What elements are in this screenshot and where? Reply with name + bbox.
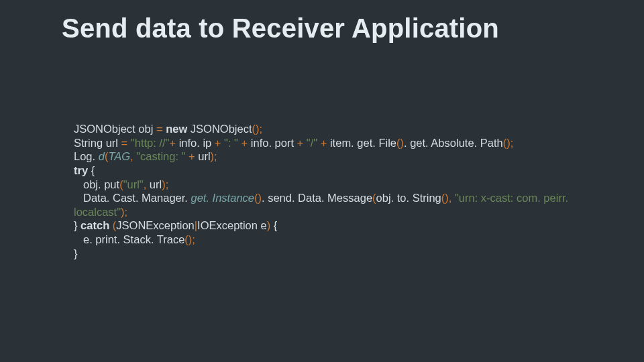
operator-token: () (396, 137, 404, 149)
code-token: JSONException (116, 219, 194, 231)
code-token: . send. Data. Message (262, 192, 372, 204)
code-token: JSONObject obj (74, 123, 156, 135)
code-block: JSONObject obj = new JSONObject(); Strin… (74, 122, 584, 260)
slide: Send data to Receiver Application JSONOb… (0, 0, 644, 362)
code-line: String url = "http: //"+ info. ip + ": "… (74, 136, 584, 150)
static-token: get. Instance (191, 192, 254, 204)
code-token: info. ip (179, 137, 215, 149)
operator-token: ) (267, 219, 274, 231)
operator-token: + (321, 137, 330, 149)
code-token: JSONObject (191, 123, 252, 135)
operator-token: ; (214, 150, 217, 162)
operator-token: () (184, 233, 192, 245)
keyword-token: try (74, 164, 91, 176)
operator-token: () (441, 192, 449, 204)
code-token: url (198, 150, 210, 162)
operator-token: , (449, 192, 455, 204)
operator-token: + (189, 150, 198, 162)
operator-token: ; (260, 123, 263, 135)
code-token: get. Absolute. Path (410, 137, 503, 149)
code-token: String url (74, 137, 121, 149)
string-token: "casting: " (136, 150, 189, 162)
slide-title: Send data to Receiver Application (62, 13, 499, 44)
string-token: "http: //" (131, 137, 170, 149)
code-token: IOException e (197, 219, 267, 231)
code-token: obj. to. String (376, 192, 441, 204)
code-token: { (91, 164, 95, 176)
string-token: "url" (123, 178, 144, 190)
operator-token: () (254, 192, 262, 204)
keyword-token: new (166, 123, 191, 135)
code-token: e. print. Stack. Trace (83, 233, 184, 245)
operator-token: + (241, 137, 251, 149)
operator-token: + (297, 137, 307, 149)
code-token: url (150, 178, 162, 190)
operator-token: () (252, 123, 260, 135)
code-token: { (274, 219, 278, 231)
operator-token: , (130, 150, 136, 162)
code-token: . (404, 137, 410, 149)
code-token: Log. (74, 150, 99, 162)
operator-token: ; (192, 233, 195, 245)
code-line: e. print. Stack. Trace(); (74, 233, 584, 247)
operator-token: = (156, 123, 166, 135)
code-line: } catch (JSONException|IOException e) { (74, 219, 584, 233)
operator-token: ; (125, 206, 128, 218)
code-token: } (74, 247, 78, 259)
code-line: Data. Cast. Manager. get. Instance(). se… (74, 191, 584, 219)
static-token: d (99, 150, 105, 162)
code-token: Data. Cast. Manager. (83, 192, 191, 204)
static-token: TAG (108, 150, 130, 162)
string-token: "/" (307, 137, 321, 149)
string-token: ": " (224, 137, 241, 149)
operator-token: + (169, 137, 178, 149)
code-token: obj. put (83, 178, 119, 190)
operator-token: = (121, 137, 131, 149)
code-line: obj. put("url", url); (74, 178, 584, 192)
operator-token: + (215, 137, 224, 149)
code-token: item. get. File (330, 137, 396, 149)
code-line: } (74, 247, 584, 261)
code-token: info. port (251, 137, 297, 149)
operator-token: , (144, 178, 150, 190)
code-line: try { (74, 164, 584, 178)
keyword-token: catch (80, 219, 113, 231)
code-token: } (74, 219, 80, 231)
operator-token: () (503, 137, 511, 149)
code-line: Log. d(TAG, "casting: " + url); (74, 149, 584, 164)
operator-token: ; (511, 137, 514, 149)
code-line: JSONObject obj = new JSONObject(); (74, 122, 584, 136)
operator-token: ; (166, 178, 169, 190)
